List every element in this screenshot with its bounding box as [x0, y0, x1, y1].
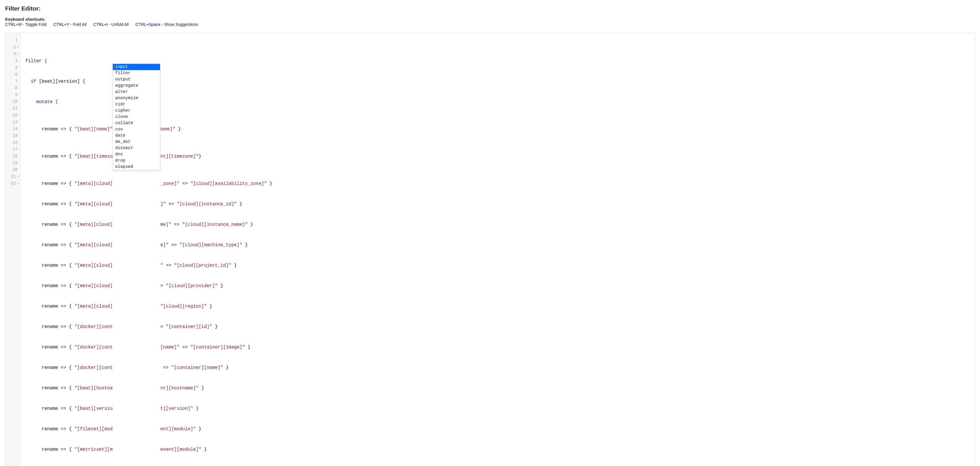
gutter-line: 19 — [8, 160, 19, 167]
code-line: rename => { "[meta][cloud]> "[cloud][pro… — [25, 282, 971, 289]
line-number: 6 — [15, 71, 18, 78]
line-number: 16 — [13, 139, 18, 146]
shortcuts-row: CTRL+M - Toggle Fold CTRL+Y - Fold All C… — [5, 22, 975, 27]
gutter-line: 3▾ — [8, 51, 19, 58]
autocomplete-option[interactable]: date — [113, 133, 160, 139]
gutter-line: 14 — [8, 126, 19, 133]
autocomplete-option[interactable]: filter — [113, 70, 160, 76]
code-line: rename => { "[docker][cont[name]" => "[c… — [25, 344, 971, 351]
fold-toggle-icon[interactable]: ▾ — [17, 182, 19, 185]
code-line: rename => { "[meta][cloud]e]" => "[cloud… — [25, 242, 971, 249]
code-line: rename => { "[beat][hostnant][hostname]"… — [25, 385, 971, 392]
autocomplete-option[interactable]: aggregate — [113, 82, 160, 89]
line-number: 8 — [15, 85, 18, 92]
code-line: rename => { "[meta][cloud]]" => "[cloud]… — [25, 201, 971, 208]
gutter-line: 17 — [8, 146, 19, 153]
line-number: 13 — [13, 119, 18, 126]
code-line: mutate { — [25, 98, 971, 105]
code-line: if [beat][version] { — [25, 78, 971, 85]
code-line: filter { — [25, 58, 971, 65]
line-number: 3 — [13, 51, 16, 58]
fold-toggle-icon[interactable]: ▾ — [17, 53, 19, 55]
shortcut-fold-all: CTRL+Y - Fold All — [53, 22, 86, 27]
autocomplete-option[interactable]: output — [113, 76, 160, 82]
gutter-line: 7 — [8, 78, 19, 85]
line-number: 4 — [15, 58, 18, 65]
code-line: rename => { "[fileset][modent][module]" … — [25, 426, 971, 433]
fold-toggle-icon[interactable]: ▾ — [17, 176, 19, 178]
gutter-line: 16 — [8, 139, 19, 146]
line-number: 11 — [13, 105, 18, 112]
gutter-line: 15 — [8, 133, 19, 139]
gutter-line: 9 — [8, 92, 19, 98]
shortcut-key: CTRL+M — [5, 22, 22, 27]
gutter-line: 4 — [8, 58, 19, 65]
editor-code-area[interactable]: filter { if [beat][version] { mutate { r… — [21, 33, 975, 466]
shortcut-key: CTRL+Y — [53, 22, 69, 27]
autocomplete-option[interactable]: input — [113, 64, 160, 70]
line-number: 17 — [13, 146, 18, 153]
fold-toggle-icon[interactable]: ▾ — [17, 46, 19, 49]
line-number: 22 — [11, 180, 16, 187]
gutter-line: 18 — [8, 153, 19, 160]
shortcut-unfold-all: CTRL+I - Unfold All — [93, 22, 129, 27]
line-number: 14 — [13, 126, 18, 133]
autocomplete-option[interactable]: collate — [113, 120, 160, 126]
line-number: 10 — [13, 98, 18, 105]
gutter-line: 1 — [8, 37, 19, 44]
gutter-line: 11 — [8, 105, 19, 112]
code-editor[interactable]: 12▾3▾456789101112131415161718192021▾22▾ … — [5, 33, 975, 466]
line-number: 20 — [13, 167, 18, 173]
autocomplete-option[interactable]: dissect — [113, 145, 160, 151]
autocomplete-popup[interactable]: inputfilteroutputaggregatealteranonymize… — [113, 63, 160, 170]
line-number: 19 — [13, 160, 18, 167]
line-number: 18 — [13, 153, 18, 160]
line-number: 21 — [11, 173, 16, 180]
code-line: rename => { "[docker][cont> "[container]… — [25, 323, 971, 330]
code-line: rename => { "[meta][cloud]"[cloud][regio… — [25, 303, 971, 310]
autocomplete-option[interactable]: alter — [113, 89, 160, 95]
code-line: rename => { "[docker][cont => "[containe… — [25, 365, 971, 371]
shortcut-desc: - Show Suggestions — [160, 22, 198, 27]
autocomplete-option[interactable]: de_dot — [113, 139, 160, 145]
code-line: rename => { "[beat][versiot][version]" } — [25, 405, 971, 412]
shortcut-suggestions: CTRL+Space - Show Suggestions — [135, 22, 198, 27]
autocomplete-option[interactable]: drop — [113, 158, 160, 164]
gutter-line: 5 — [8, 65, 19, 71]
line-number: 1 — [15, 37, 18, 44]
line-number: 2 — [13, 44, 16, 51]
line-number: 5 — [15, 65, 18, 71]
line-number: 15 — [13, 133, 18, 139]
gutter-line: 13 — [8, 119, 19, 126]
gutter-line: 20 — [8, 167, 19, 173]
gutter-line: 21▾ — [8, 173, 19, 180]
autocomplete-option[interactable]: dns — [113, 151, 160, 158]
gutter-line: 12 — [8, 112, 19, 119]
editor-container: 12▾3▾456789101112131415161718192021▾22▾ … — [5, 33, 975, 466]
autocomplete-option[interactable]: cipher — [113, 108, 160, 114]
shortcut-desc: - Unfold All — [108, 22, 129, 27]
autocomplete-option[interactable]: csv — [113, 126, 160, 133]
shortcut-toggle-fold: CTRL+M - Toggle Fold — [5, 22, 47, 27]
shortcuts-label: Keyboard shortcuts: — [5, 17, 975, 22]
line-number: 9 — [15, 92, 18, 98]
autocomplete-option[interactable]: anonymize — [113, 95, 160, 101]
gutter-line: 2▾ — [8, 44, 19, 51]
code-line: rename => { "[meta][cloud]me]" => "[clou… — [25, 221, 971, 228]
shortcut-desc: - Toggle Fold — [22, 22, 47, 27]
code-line: rename => { "[beat][name]" => "[host][ho… — [25, 126, 971, 133]
code-line: rename => { "[metricset][mevent][module]… — [25, 446, 971, 453]
line-number: 7 — [15, 78, 18, 85]
code-line: rename => { "[meta][cloud]_zone]" => "[c… — [25, 180, 971, 187]
editor-gutter: 12▾3▾456789101112131415161718192021▾22▾ — [5, 33, 21, 466]
page-title: Filter Editor: — [5, 5, 975, 12]
gutter-line: 22▾ — [8, 180, 19, 187]
autocomplete-option[interactable]: cidr — [113, 101, 160, 108]
shortcut-key: CTRL+Space — [135, 22, 160, 27]
gutter-line: 6 — [8, 71, 19, 78]
gutter-line: 8 — [8, 85, 19, 92]
gutter-line: 10 — [8, 98, 19, 105]
autocomplete-option[interactable]: clone — [113, 114, 160, 120]
shortcut-desc: - Fold All — [69, 22, 86, 27]
autocomplete-option[interactable]: elapsed — [113, 164, 160, 170]
